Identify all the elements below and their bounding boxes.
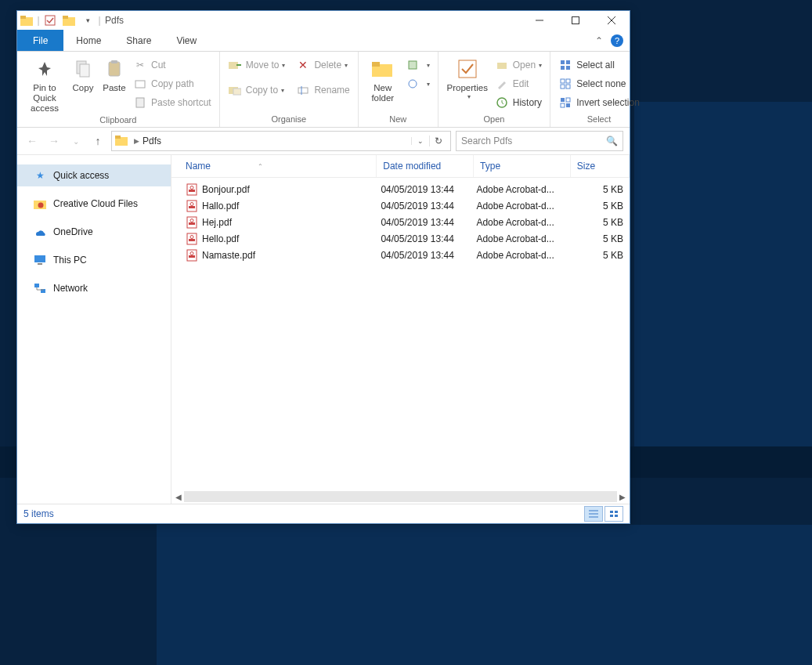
breadcrumb-item[interactable]: Pdfs [143, 136, 161, 146]
maximize-button[interactable] [558, 11, 594, 30]
svg-rect-33 [561, 85, 565, 89]
easy-access-icon [406, 77, 420, 91]
file-row[interactable]: Hallo.pdf04/05/2019 13:44Adobe Acrobat-d… [179, 197, 630, 214]
column-header-name[interactable]: Name⌃ [179, 155, 377, 177]
paste-shortcut-button[interactable]: Paste shortcut [130, 94, 215, 111]
navpane-creative-cloud[interactable]: Creative Cloud Files [17, 193, 171, 215]
tab-view[interactable]: View [164, 30, 209, 52]
svg-rect-34 [566, 85, 570, 89]
rename-icon [296, 83, 310, 97]
svg-rect-44 [38, 263, 42, 265]
file-row[interactable]: Hej.pdf04/05/2019 13:44Adobe Acrobat-d..… [179, 214, 630, 230]
file-row[interactable]: Namaste.pdf04/05/2019 13:44Adobe Acrobat… [179, 247, 630, 263]
copy-to-icon [228, 83, 242, 97]
open-button[interactable]: Open▾ [492, 56, 545, 74]
view-large-icons-button[interactable] [604, 506, 623, 522]
recent-locations-button[interactable]: ⌄ [67, 137, 85, 146]
column-label: Size [577, 161, 595, 172]
qat-customize-button[interactable]: ▾ [78, 12, 97, 29]
column-header-size[interactable]: Size [571, 155, 630, 177]
copy-to-button[interactable]: Copy to▾ [225, 81, 289, 99]
invert-selection-button[interactable]: Invert selection [555, 94, 643, 111]
select-none-button[interactable]: Select none [555, 75, 643, 92]
select-none-icon [558, 77, 572, 91]
button-label: Copy [73, 83, 94, 93]
copy-path-button[interactable]: Copy path [130, 75, 215, 92]
svg-rect-10 [80, 64, 89, 77]
button-label: Select all [576, 60, 615, 70]
group-label: Select [550, 113, 648, 127]
folder-icon [17, 12, 36, 29]
up-button[interactable]: ↑ [89, 135, 106, 147]
scrollbar-track[interactable] [184, 491, 617, 502]
file-row[interactable]: Hello.pdf04/05/2019 13:44Adobe Acrobat-d… [179, 230, 630, 247]
horizontal-scrollbar[interactable]: ◀ ▶ [171, 490, 630, 504]
svg-rect-45 [34, 284, 39, 287]
button-label: Cut [151, 60, 166, 70]
tab-file[interactable]: File [17, 30, 63, 52]
minimize-button[interactable] [521, 11, 558, 30]
ribbon-group-clipboard: Pin to Quick access Copy Paste ✂Cut Copy… [17, 52, 220, 127]
navpane-onedrive[interactable]: OneDrive [17, 221, 171, 243]
desktop-background [157, 525, 812, 665]
help-button[interactable]: ? [611, 34, 623, 47]
open-icon [495, 58, 509, 72]
move-to-button[interactable]: Move to▾ [225, 56, 289, 74]
rename-button[interactable]: Rename [293, 81, 352, 99]
collapse-ribbon-button[interactable]: ⌃ [595, 35, 603, 46]
system-buttons [521, 11, 630, 30]
tab-share[interactable]: Share [114, 30, 164, 52]
chevron-right-icon[interactable]: ▶ [134, 137, 139, 145]
scroll-right-button[interactable]: ▶ [617, 493, 628, 501]
forward-button[interactable]: → [45, 135, 63, 147]
svg-rect-48 [189, 190, 195, 192]
delete-button[interactable]: ✕Delete▾ [293, 56, 352, 74]
svg-rect-65 [610, 511, 613, 513]
edit-button[interactable]: Edit [492, 75, 545, 92]
paste-button[interactable]: Paste [99, 55, 130, 93]
status-item-count: 5 items [23, 508, 54, 519]
address-dropdown-button[interactable]: ⌄ [411, 137, 429, 145]
button-label: Invert selection [576, 97, 640, 108]
tab-label: Share [126, 35, 151, 46]
copy-button[interactable]: Copy [67, 55, 99, 93]
file-row[interactable]: Bonjour.pdf04/05/2019 13:44Adobe Acrobat… [179, 181, 630, 197]
svg-rect-51 [189, 206, 195, 208]
button-label: History [513, 97, 542, 108]
paste-icon [102, 56, 127, 81]
select-all-button[interactable]: Select all [555, 56, 643, 74]
navpane-quick-access[interactable]: ★ Quick access [17, 164, 171, 186]
star-icon: ★ [33, 168, 47, 183]
search-input[interactable]: Search Pdfs 🔍 [456, 131, 623, 151]
column-headers: Name⌃ Date modified Type Size [171, 155, 630, 178]
new-item-button[interactable]: ▾ [402, 56, 433, 74]
search-placeholder: Search Pdfs [461, 136, 512, 146]
scroll-left-button[interactable]: ◀ [173, 493, 184, 501]
pdf-file-icon [186, 216, 198, 229]
file-list[interactable]: Bonjour.pdf04/05/2019 13:44Adobe Acrobat… [171, 178, 630, 490]
view-details-button[interactable] [584, 506, 603, 522]
navpane-this-pc[interactable]: This PC [17, 249, 171, 271]
column-header-type[interactable]: Type [474, 155, 571, 177]
tab-home[interactable]: Home [63, 30, 114, 52]
quick-access-toolbar: | ▾ | [17, 11, 102, 30]
file-type: Adobe Acrobat-d... [470, 233, 565, 244]
column-header-date[interactable]: Date modified [377, 155, 474, 177]
pin-to-quick-access-button[interactable]: Pin to Quick access [22, 55, 67, 114]
qat-new-folder-button[interactable] [60, 12, 78, 29]
history-button[interactable]: History [492, 94, 545, 111]
refresh-button[interactable]: ↻ [429, 136, 447, 146]
address-bar[interactable]: ▶ Pdfs ⌄ ↻ [111, 131, 451, 151]
new-folder-button[interactable]: New folder [363, 55, 402, 103]
properties-button[interactable]: Properties ▾ [443, 55, 492, 100]
back-button[interactable]: ← [23, 135, 41, 147]
qat-properties-button[interactable] [41, 12, 60, 29]
navpane-network[interactable]: Network [17, 277, 171, 299]
svg-rect-66 [615, 511, 618, 513]
easy-access-button[interactable]: ▾ [402, 75, 433, 92]
chevron-down-icon: ▾ [345, 62, 348, 69]
history-icon [495, 96, 509, 110]
close-button[interactable] [594, 11, 630, 30]
cut-button[interactable]: ✂Cut [130, 56, 215, 74]
file-size: 5 KB [565, 233, 630, 244]
